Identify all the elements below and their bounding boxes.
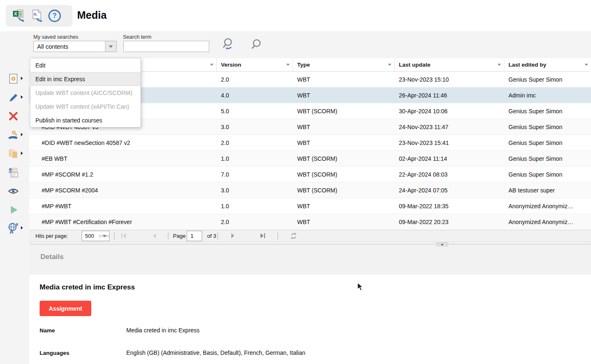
svg-text:a,: a, [34,12,38,16]
column-header-type: Type [293,58,395,71]
table-row[interactable]: #MP #SCORM #2004 3.0 WBT (SCORM) 24-Apr-… [29,182,591,198]
hits-per-page-value: 500 [82,233,99,239]
details-title: Media creted in imc Express [40,283,135,292]
chevron-down-icon[interactable] [105,41,116,52]
search-term-input[interactable] [123,41,209,52]
table-row[interactable]: #EB WBT 1.0 WBT (SCORM) 02-Apr-2024 11:1… [29,151,591,167]
new-content-icon[interactable] [7,72,20,85]
menu-item-update-wbt-aicc-scorm: Update WBT content (AICC/SCORM) [30,86,140,100]
refresh-icon[interactable] [290,232,298,240]
divider [218,232,218,239]
search-term-label: Search term [123,34,151,40]
preview-icon[interactable] [7,185,20,197]
assign-flyout-arrow[interactable] [21,133,23,136]
splitter-track [29,243,591,245]
column-header-last-edited-by: Last edited by [504,58,591,71]
help-icon[interactable]: ? [48,10,61,22]
saved-searches-value: All contents [34,43,105,50]
assignment-button[interactable]: Assignment [40,301,91,316]
copy-icon[interactable] [7,147,20,160]
search-icon[interactable] [251,38,263,52]
table-row[interactable]: #MP #WBT 1.0 WBT 09-Mar-2022 18:35 Anony… [29,198,591,214]
chevron-down-icon[interactable] [99,235,109,237]
delete-icon[interactable] [7,110,20,122]
column-menu-icon[interactable] [207,64,216,66]
notification-icon[interactable] [7,166,20,179]
page-title: Media [77,9,107,21]
first-page-icon [120,232,128,239]
last-page-icon[interactable] [259,232,266,239]
edit-flyout-arrow[interactable] [21,95,23,99]
svg-text:A: A [10,229,14,234]
search-reset-icon[interactable] [222,37,237,54]
column-menu-icon[interactable] [385,64,394,66]
menu-item-edit[interactable]: Edit [30,58,140,72]
export-toolbar: X a, ? [6,5,73,27]
column-menu-icon[interactable] [495,64,504,66]
export-text-icon[interactable]: a, [31,9,44,23]
previous-page-icon [151,232,157,239]
action-sidebar: A [0,31,29,364]
column-header-version: Version [217,58,293,71]
divider [168,232,168,239]
column-menu-icon[interactable] [283,64,293,66]
details-section: Details [29,247,591,275]
menu-item-publish-in-started-courses[interactable]: Publish in started courses [30,113,140,127]
table-row[interactable]: #MP #WBT #Certification #Forever 2.0 WBT… [29,214,591,230]
copy-flyout-arrow[interactable] [21,152,23,155]
search-bar: My saved searches All contents Search te… [29,31,591,58]
menu-item-update-wbt-xapi-tincan: Update WBT content (xAPI/Tin Can) [30,100,140,113]
table-row[interactable]: #DID #WBT newSection 40587 v2 2.0 WBT 23… [29,135,591,151]
saved-searches-label: My saved searches [33,34,78,40]
pane-splitter[interactable] [29,242,591,247]
translate-icon[interactable]: A [7,222,20,234]
column-header-last-update: Last update [395,58,504,71]
details-card: Media creted in imc Express Assignment N… [29,275,591,364]
hits-per-page-label: Hits per page: [35,230,68,242]
page-number-input[interactable] [187,231,202,241]
menu-item-edit-in-imc-express[interactable]: Edit in imc Express [30,72,140,86]
divider [278,232,278,239]
page-label: Page [173,230,185,242]
name-field-value: Media creted in imc Express [126,327,200,334]
page-of-label: of 3 [207,230,216,242]
context-menu: Edit Edit in imc Express Update WBT cont… [30,58,141,127]
edit-icon[interactable] [7,91,20,104]
svg-text:X: X [14,11,18,16]
new-content-flyout-arrow[interactable] [21,77,23,80]
pagination-bar: Hits per page: 500 Page of 3 [29,230,591,242]
top-bar: X a, ? Media [0,0,591,31]
next-page-icon[interactable] [230,232,236,239]
column-menu-icon[interactable] [582,64,591,66]
play-icon[interactable] [7,204,20,216]
languages-field-value: English (GB) (Administrative, Basis, Def… [126,349,305,356]
media-admin-page: X a, ? Media [0,0,591,364]
details-heading: Details [40,253,64,261]
name-field-label: Name [40,327,55,334]
table-row[interactable]: #MP #SCORM #1.2 7.0 WBT (SCORM) 22-Apr-2… [29,167,591,182]
hits-per-page-select[interactable]: 500 [82,231,110,241]
assign-permissions-icon[interactable] [7,129,20,141]
divider [114,232,115,239]
translate-flyout-arrow[interactable] [21,226,23,229]
languages-field-label: Languages [40,350,69,356]
saved-searches-select[interactable]: All contents [33,41,117,52]
export-excel-icon[interactable]: X [12,9,27,23]
